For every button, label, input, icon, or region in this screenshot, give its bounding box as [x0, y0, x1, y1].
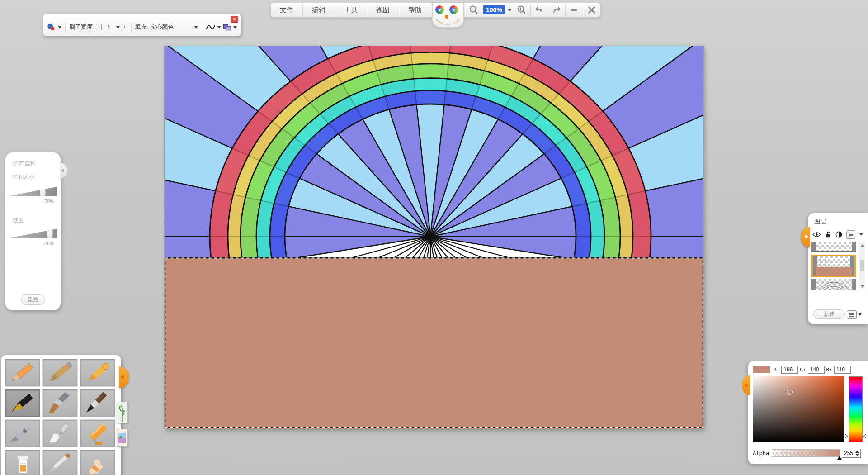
- layer-item[interactable]: [811, 242, 856, 252]
- brush-width-caret-icon[interactable]: [116, 26, 120, 28]
- tool-flat-brush-button[interactable]: [42, 389, 78, 417]
- minimize-icon: [571, 10, 577, 11]
- close-icon: [588, 6, 595, 14]
- brush-size-value: 70%: [44, 199, 54, 204]
- menu-help[interactable]: 帮助: [399, 3, 431, 17]
- red-label: R:: [774, 367, 779, 373]
- palette-drawer-handle[interactable]: [119, 366, 129, 388]
- layers-panel-title: 图层: [814, 218, 826, 226]
- red-input[interactable]: [781, 366, 798, 374]
- paint-roller-icon: [84, 422, 112, 445]
- alpha-increase-icon[interactable]: [855, 451, 859, 453]
- tool-ink-brush-button[interactable]: [80, 389, 115, 417]
- layers-options-caret-icon[interactable]: [858, 314, 862, 316]
- zoom-in-button[interactable]: [513, 3, 530, 17]
- layer-lock-icon[interactable]: [825, 231, 831, 238]
- brush-options-toolbar: x 刷子宽度: − 1 + 填充: 实心颜色: [43, 14, 241, 36]
- hue-marker-left-icon[interactable]: [845, 434, 848, 438]
- fill-mode-select[interactable]: 实心颜色: [150, 23, 193, 31]
- saturation-value-picker[interactable]: [753, 376, 844, 442]
- separator: [131, 22, 132, 32]
- tool-fountain-pen-button[interactable]: [5, 389, 40, 417]
- menu-lines-icon: [849, 313, 854, 317]
- zoom-dropdown-caret-icon[interactable]: [508, 9, 511, 11]
- blue-input[interactable]: [834, 366, 851, 374]
- scroll-up-icon[interactable]: [860, 244, 865, 247]
- brush-size-slider-thumb[interactable]: [40, 184, 46, 197]
- layer-list-scrollbar[interactable]: [859, 242, 865, 290]
- tool-paint-roller-button[interactable]: [80, 419, 115, 447]
- color-drawer-handle[interactable]: [742, 375, 750, 395]
- brush-width-value[interactable]: 1: [104, 24, 114, 31]
- brush-width-decrease-button[interactable]: −: [96, 24, 102, 30]
- brush-width-increase-button[interactable]: +: [122, 24, 127, 30]
- reset-button[interactable]: 重置: [21, 294, 45, 305]
- brush-size-slider[interactable]: [9, 187, 57, 196]
- shape-style-caret-icon[interactable]: [58, 26, 61, 28]
- alpha-value[interactable]: 255: [844, 450, 853, 456]
- layer-style-caret-icon[interactable]: [233, 26, 237, 28]
- tool-eraser-button[interactable]: [80, 450, 115, 475]
- image-sample-thumbnail[interactable]: [116, 429, 128, 447]
- layers-options-button[interactable]: [847, 310, 857, 319]
- zoom-level-input[interactable]: 100%: [483, 5, 505, 14]
- tool-liner-knife-button[interactable]: [42, 450, 78, 475]
- zoom-out-icon: [469, 5, 479, 14]
- layer-style-icon[interactable]: [223, 24, 231, 31]
- tool-paint-jar-button[interactable]: [5, 450, 40, 475]
- plant-icon: [116, 402, 127, 423]
- zoom-out-button[interactable]: [465, 3, 482, 17]
- line-style-icon[interactable]: [206, 24, 216, 31]
- clown-eye-icon: [449, 5, 458, 14]
- redo-button[interactable]: [548, 3, 565, 17]
- minimize-button[interactable]: [566, 3, 583, 17]
- alpha-decrease-icon[interactable]: [855, 454, 859, 456]
- fill-label: 填充:: [135, 23, 149, 31]
- layer-menu-caret-icon[interactable]: [859, 233, 863, 236]
- tool-charcoal-pencil-button[interactable]: [42, 359, 78, 387]
- undo-button[interactable]: [531, 3, 548, 17]
- layer-item-selected[interactable]: [811, 255, 856, 277]
- hue-slider[interactable]: [849, 376, 863, 442]
- plant-sample-thumbnail[interactable]: [116, 402, 128, 423]
- layer-item[interactable]: [811, 279, 856, 290]
- brush-width-label: 刷子宽度:: [69, 23, 94, 31]
- layer-blend-contrast-icon[interactable]: [835, 231, 842, 238]
- scrollbar-thumb[interactable]: [860, 260, 864, 271]
- line-style-caret-icon[interactable]: [217, 26, 221, 28]
- flat-brush-icon: [46, 392, 74, 414]
- shape-style-icon[interactable]: [47, 23, 56, 32]
- menu-file[interactable]: 文件: [271, 3, 302, 17]
- color-cursor[interactable]: [787, 389, 793, 395]
- charcoal-pencil-icon: [46, 361, 74, 384]
- clown-eye-icon: [435, 5, 444, 14]
- alpha-marker-icon[interactable]: [837, 456, 842, 460]
- clown-smile-icon: [433, 18, 463, 28]
- pencil-icon: [9, 361, 37, 384]
- softness-slider[interactable]: [9, 229, 57, 238]
- alpha-slider[interactable]: [772, 449, 840, 457]
- scroll-down-icon[interactable]: [860, 285, 865, 288]
- drawing-canvas[interactable]: [165, 46, 703, 429]
- hue-marker-right-icon[interactable]: [863, 434, 866, 438]
- airbrush-icon: [9, 422, 37, 445]
- brush-size-label: 笔触大小: [13, 173, 34, 181]
- green-input[interactable]: [808, 366, 825, 374]
- tool-pencil-button[interactable]: [5, 359, 40, 387]
- menu-view[interactable]: 视图: [367, 3, 399, 17]
- menu-edit[interactable]: 编辑: [303, 3, 335, 17]
- new-layer-button[interactable]: 新建: [813, 309, 845, 319]
- layers-drawer-handle[interactable]: [801, 227, 810, 247]
- tool-airbrush-button[interactable]: [5, 419, 40, 447]
- clown-logo-icon: [431, 3, 465, 18]
- tool-crayon-button[interactable]: [80, 359, 115, 387]
- panel-drawer-handle[interactable]: [60, 162, 68, 179]
- layer-visibility-eye-icon[interactable]: [812, 231, 821, 238]
- pencil-panel-title: 铅笔属性: [13, 160, 36, 168]
- tool-palette-knife-button[interactable]: [42, 419, 78, 447]
- fill-mode-caret-icon[interactable]: [194, 26, 198, 28]
- close-button[interactable]: [583, 3, 600, 17]
- layer-menu-button[interactable]: [846, 230, 855, 239]
- menu-tools[interactable]: 工具: [335, 3, 367, 17]
- softness-slider-thumb[interactable]: [47, 226, 53, 239]
